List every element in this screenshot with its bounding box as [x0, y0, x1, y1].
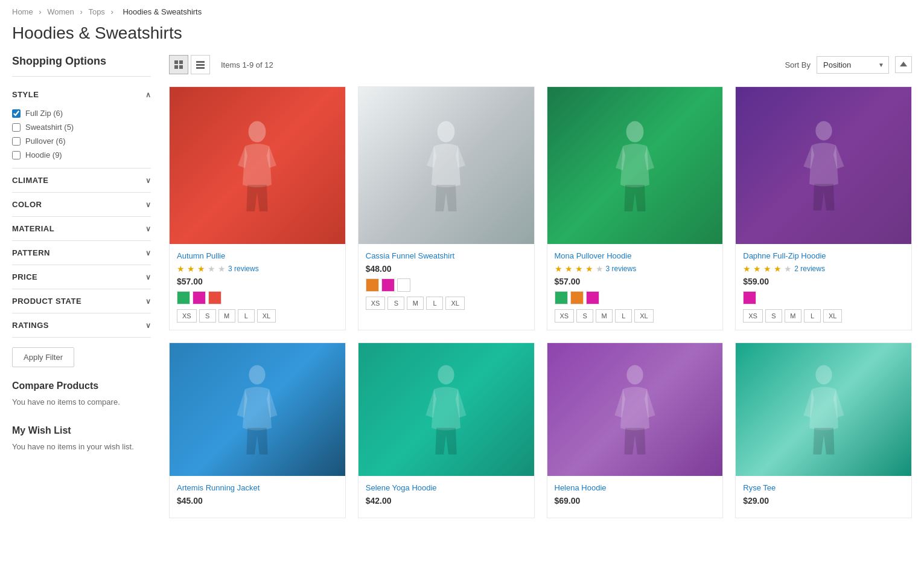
filter-material-header[interactable]: MATERIAL ∨ [12, 217, 151, 240]
product-reviews-4[interactable]: 2 reviews [794, 265, 825, 273]
size-4-s[interactable]: S [765, 309, 782, 323]
filter-section-pattern: PATTERN ∨ [12, 241, 151, 265]
star-4-5: ★ [784, 264, 792, 274]
swatch-3-green[interactable] [555, 291, 568, 304]
product-reviews-1[interactable]: 3 reviews [228, 265, 259, 273]
size-4-xs[interactable]: XS [743, 309, 763, 323]
toolbar-right: Sort By Position Product Name Price Rati… [785, 56, 912, 74]
view-toggle [169, 55, 210, 74]
svg-point-8 [249, 121, 266, 142]
size-2-xs[interactable]: XS [366, 297, 386, 310]
product-name-6[interactable]: Selene Yoga Hoodie [366, 483, 527, 492]
breadcrumb-home[interactable]: Home [12, 7, 33, 16]
size-2-l[interactable]: L [426, 297, 443, 310]
filter-item-pullover[interactable]: Pullover (6) [12, 134, 151, 148]
product-name-4[interactable]: Daphne Full-Zip Hoodie [743, 251, 904, 260]
size-2-xl[interactable]: XL [445, 297, 464, 310]
filter-color-header[interactable]: COLOR ∨ [12, 193, 151, 216]
filter-checkbox-pullover[interactable] [12, 137, 21, 146]
breadcrumb-tops[interactable]: Tops [88, 7, 104, 16]
product-image-7[interactable] [547, 343, 723, 476]
product-price-2: $48.00 [366, 264, 527, 274]
product-name-5[interactable]: Artemis Running Jacket [177, 483, 338, 492]
swatch-3-magenta[interactable] [586, 291, 599, 304]
product-name-7[interactable]: Helena Hoodie [555, 483, 716, 492]
filter-climate-header[interactable]: CLIMATE ∨ [12, 169, 151, 192]
filter-label-fullzip[interactable]: Full Zip (6) [25, 109, 63, 118]
filter-style-header[interactable]: STYLE ∧ [12, 83, 151, 106]
size-2-m[interactable]: M [407, 297, 424, 310]
product-image-1[interactable] [170, 87, 345, 244]
breadcrumb-women[interactable]: Women [47, 7, 74, 16]
filter-item-hoodie[interactable]: Hoodie (9) [12, 148, 151, 162]
view-list-button[interactable] [191, 55, 210, 74]
breadcrumb-sep-2: › [80, 7, 84, 16]
svg-point-14 [626, 365, 643, 384]
sort-select[interactable]: Position Product Name Price Rating [817, 56, 889, 74]
filter-checkbox-hoodie[interactable] [12, 151, 21, 159]
filter-checkbox-fullzip[interactable] [12, 109, 21, 118]
size-4-l[interactable]: L [804, 309, 821, 323]
product-name-1[interactable]: Autumn Pullie [177, 251, 338, 260]
product-image-3[interactable] [547, 87, 723, 244]
product-image-4[interactable] [736, 87, 911, 244]
size-1-s[interactable]: S [199, 309, 216, 323]
product-info-1: Autumn Pullie ★ ★ ★ ★ ★ 3 reviews $57.00 [170, 244, 345, 330]
product-name-3[interactable]: Mona Pullover Hoodie [555, 251, 716, 260]
sort-asc-button[interactable] [895, 56, 912, 73]
swatch-2-orange[interactable] [366, 278, 379, 292]
size-2-s[interactable]: S [387, 297, 404, 310]
size-4-m[interactable]: M [785, 309, 801, 323]
size-3-s[interactable]: S [576, 309, 593, 323]
swatch-1-magenta[interactable] [193, 291, 206, 304]
svg-point-10 [626, 121, 643, 142]
product-name-2[interactable]: Cassia Funnel Sweatshirt [366, 251, 527, 260]
swatch-1-red[interactable] [208, 291, 221, 304]
filter-product-state-chevron: ∨ [145, 297, 151, 306]
product-image-5[interactable] [170, 343, 345, 476]
size-1-xl[interactable]: XL [257, 309, 276, 323]
swatch-2-white[interactable] [397, 278, 410, 292]
swatch-1-green[interactable] [177, 291, 190, 304]
filter-pattern-header[interactable]: PATTERN ∨ [12, 241, 151, 265]
product-swatches-3 [555, 291, 716, 304]
product-card-4: Daphne Full-Zip Hoodie ★ ★ ★ ★ ★ 2 revie… [735, 86, 912, 330]
filter-ratings-chevron: ∨ [145, 321, 151, 330]
filter-product-state-label: PRODUCT STATE [12, 297, 81, 306]
filter-ratings-header[interactable]: RATINGS ∨ [12, 313, 151, 337]
filter-price-header[interactable]: PRICE ∨ [12, 265, 151, 289]
size-1-m[interactable]: M [218, 309, 235, 323]
size-1-l[interactable]: L [238, 309, 255, 323]
filter-color-label: COLOR [12, 200, 42, 209]
filter-ratings-label: RATINGS [12, 321, 49, 330]
swatch-3-orange[interactable] [570, 291, 584, 304]
product-image-6[interactable] [358, 343, 534, 476]
product-image-2[interactable] [358, 87, 534, 244]
swatch-4-magenta[interactable] [743, 291, 756, 304]
filter-label-hoodie[interactable]: Hoodie (9) [25, 150, 62, 159]
product-reviews-3[interactable]: 3 reviews [606, 265, 637, 273]
size-1-xs[interactable]: XS [177, 309, 197, 323]
size-4-xl[interactable]: XL [823, 309, 842, 323]
filter-item-sweatshirt[interactable]: Sweatshirt (5) [12, 120, 151, 134]
grid-icon [174, 60, 183, 69]
product-sizes-2: XS S M L XL [366, 297, 527, 310]
filter-checkbox-sweatshirt[interactable] [12, 123, 21, 132]
filter-product-state-header[interactable]: PRODUCT STATE ∨ [12, 289, 151, 313]
filter-climate-label: CLIMATE [12, 176, 48, 185]
product-info-8: Ryse Tee $29.00 [736, 476, 911, 518]
filter-item-fullzip[interactable]: Full Zip (6) [12, 106, 151, 120]
product-image-8[interactable] [736, 343, 911, 476]
product-name-8[interactable]: Ryse Tee [743, 483, 904, 492]
view-grid-button[interactable] [169, 55, 188, 74]
apply-filter-button[interactable]: Apply Filter [12, 347, 74, 367]
filter-label-sweatshirt[interactable]: Sweatshirt (5) [25, 123, 74, 132]
size-3-l[interactable]: L [615, 309, 632, 323]
size-3-xs[interactable]: XS [555, 309, 575, 323]
filter-section-color: COLOR ∨ [12, 193, 151, 217]
size-3-xl[interactable]: XL [634, 309, 653, 323]
wish-list-text: You have no items in your wish list. [12, 441, 151, 453]
swatch-2-magenta[interactable] [381, 278, 395, 292]
filter-label-pullover[interactable]: Pullover (6) [25, 137, 65, 146]
size-3-m[interactable]: M [596, 309, 613, 323]
